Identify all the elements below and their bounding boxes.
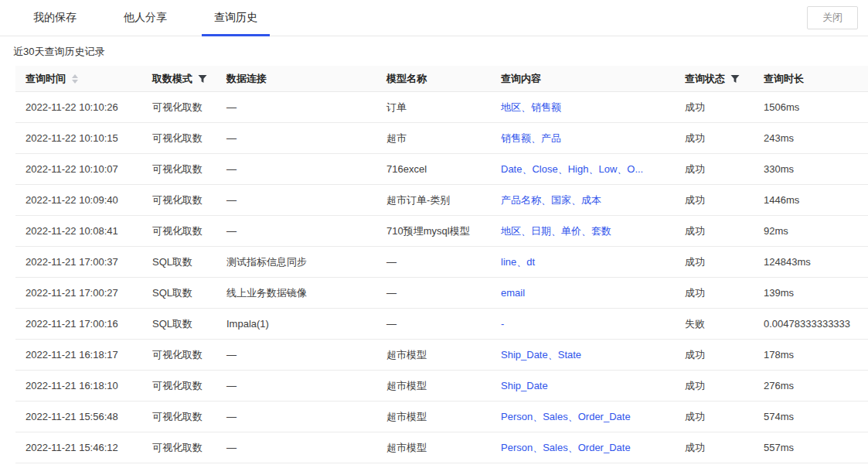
table-row: 2022-11-21 15:46:12 可视化取数 — 超市模型 Person、… [15,432,868,463]
column-header-model-name: 模型名称 [376,72,491,86]
cell-query-duration: 330ms [754,163,868,175]
column-label: 查询状态 [685,72,725,86]
tab-shared-by-others[interactable]: 他人分享 [111,0,179,36]
query-content-link[interactable]: line、dt [501,255,535,269]
cell-query-time: 2022-11-21 17:00:27 [15,287,142,299]
column-header-fetch-mode: 取数模式 [142,72,216,86]
cell-query-time: 2022-11-22 10:10:15 [15,132,142,144]
cell-model-name: — [376,318,491,330]
filter-icon[interactable] [198,74,207,84]
cell-model-name: 超市 [376,132,491,145]
cell-fetch-mode: 可视化取数 [142,132,216,145]
cell-model-name: 716excel [376,163,491,175]
cell-fetch-mode: SQL取数 [142,317,216,331]
caret-up-icon [72,74,78,78]
cell-query-duration: 243ms [754,132,868,144]
cell-query-content: Ship_Date、State [491,348,675,362]
query-content-link[interactable]: 产品名称、国家、成本 [501,193,601,207]
table-row: 2022-11-21 16:18:17 可视化取数 — 超市模型 Ship_Da… [15,340,868,371]
sort-icon[interactable] [72,74,78,84]
cell-data-connection: — [216,101,376,113]
cell-query-duration: 178ms [754,349,868,361]
cell-query-time: 2022-11-21 17:00:16 [15,318,142,330]
query-content-link[interactable]: Person、Sales、Order_Date [501,441,631,455]
cell-query-content: 地区、日期、单价、套数 [491,224,675,238]
query-content-link[interactable]: email [501,287,525,299]
cell-fetch-mode: 可视化取数 [142,441,216,455]
cell-query-time: 2022-11-21 17:00:37 [15,256,142,268]
cell-model-name: — [376,287,491,299]
cell-fetch-mode: 可视化取数 [142,348,216,362]
cell-model-name: 超市模型 [376,379,491,393]
query-content-link[interactable]: - [501,318,504,330]
table-row: 2022-11-22 10:08:41 可视化取数 — 710预埋mysql模型… [15,216,868,247]
cell-query-content: Person、Sales、Order_Date [491,441,675,455]
tab-query-history[interactable]: 查询历史 [202,0,270,36]
cell-model-name: 超市模型 [376,441,491,455]
table-header-row: 查询时间 取数模式 数据连接 模型名称 查询内容 [15,66,868,92]
cell-query-content: 产品名称、国家、成本 [491,193,675,207]
cell-query-duration: 1506ms [754,101,868,113]
cell-query-time: 2022-11-21 16:18:10 [15,380,142,391]
column-header-data-connection: 数据连接 [216,72,376,86]
cell-fetch-mode: 可视化取数 [142,162,216,176]
cell-query-duration: 124843ms [754,256,868,268]
cell-data-connection: — [216,380,376,391]
cell-query-time: 2022-11-22 10:09:40 [15,194,142,206]
column-label: 查询时长 [764,72,804,86]
column-header-query-duration: 查询时长 [754,72,868,86]
query-content-link[interactable]: 地区、销售额 [501,101,561,114]
cell-query-duration: 0.00478333333333 [754,318,868,330]
cell-fetch-mode: 可视化取数 [142,410,216,424]
cell-model-name: 710预埋mysql模型 [376,224,491,238]
tab-bar: 我的保存 他人分享 查询历史 关闭 [0,0,868,36]
cell-fetch-mode: 可视化取数 [142,193,216,207]
cell-query-content: line、dt [491,255,675,269]
cell-query-content: 地区、销售额 [491,101,675,114]
cell-model-name: 超市模型 [376,348,491,362]
history-subtitle: 近30天查询历史记录 [13,45,868,59]
cell-query-content: - [491,318,675,330]
table-row: 2022-11-21 17:00:16 SQL取数 Impala(1) — - … [15,309,868,340]
tab-label: 他人分享 [124,11,167,25]
cell-fetch-mode: 可视化取数 [142,379,216,393]
cell-data-connection: — [216,349,376,361]
cell-query-time: 2022-11-21 15:56:48 [15,411,142,422]
column-header-query-time: 查询时间 [15,72,142,86]
cell-data-connection: — [216,225,376,237]
table-row: 2022-11-21 17:00:37 SQL取数 测试指标信息同步 — lin… [15,247,868,278]
table-row: 2022-11-22 10:09:40 可视化取数 — 超市订单-类别 产品名称… [15,185,868,216]
query-content-link[interactable]: Person、Sales、Order_Date [501,410,631,424]
query-content-link[interactable]: 地区、日期、单价、套数 [501,224,611,238]
query-content-link[interactable]: Date、Close、High、Low、O... [501,162,643,176]
filter-icon[interactable] [730,74,740,84]
cell-fetch-mode: SQL取数 [142,286,216,300]
cell-query-time: 2022-11-22 10:08:41 [15,225,142,237]
table-row: 2022-11-21 16:18:10 可视化取数 — 超市模型 Ship_Da… [15,371,868,402]
column-label: 取数模式 [152,72,192,86]
tab-my-saves[interactable]: 我的保存 [21,0,89,36]
cell-query-duration: 574ms [754,411,868,422]
cell-model-name: 超市订单-类别 [376,193,491,207]
cell-fetch-mode: SQL取数 [142,255,216,269]
table-row: 2022-11-21 17:00:27 SQL取数 线上业务数据镜像 — ema… [15,278,868,309]
cell-query-duration: 557ms [754,442,868,453]
table-row: 2022-11-21 15:56:48 可视化取数 — 超市模型 Person、… [15,402,868,432]
cell-data-connection: — [216,442,376,453]
cell-query-status: 成功 [675,348,754,362]
query-content-link[interactable]: 销售额、产品 [501,132,561,145]
cell-query-time: 2022-11-21 16:18:17 [15,349,142,361]
cell-query-status: 成功 [675,162,754,176]
cell-query-status: 成功 [675,410,754,424]
query-content-link[interactable]: Ship_Date、State [501,348,581,362]
cell-query-duration: 139ms [754,287,868,299]
column-label: 模型名称 [386,72,427,86]
cell-data-connection: Impala(1) [216,318,376,330]
cell-query-content: Ship_Date [491,380,675,391]
close-button[interactable]: 关闭 [807,6,858,29]
cell-fetch-mode: 可视化取数 [142,224,216,238]
cell-model-name: — [376,256,491,268]
query-content-link[interactable]: Ship_Date [501,380,548,391]
column-header-query-status: 查询状态 [675,72,754,86]
cell-data-connection: 线上业务数据镜像 [216,286,376,300]
